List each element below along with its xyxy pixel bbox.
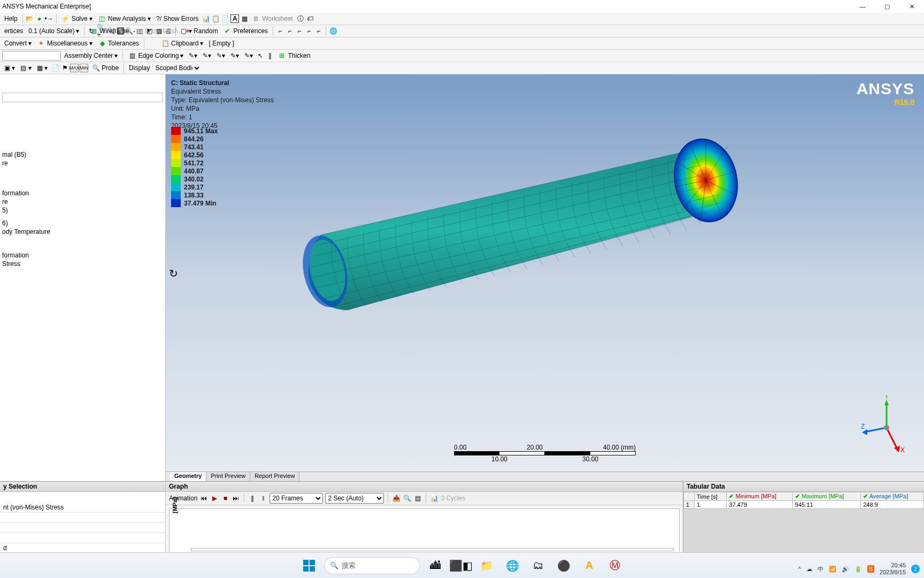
help-menu[interactable]: Help	[2, 14, 20, 23]
tree-icon[interactable]: •→	[45, 14, 53, 23]
chart-icon[interactable]: 📊	[430, 494, 438, 503]
edge-style-2[interactable]: ✎▾	[201, 51, 213, 60]
cube-combo-3[interactable]: ▦ ▾	[35, 64, 50, 72]
tray-chevron-icon[interactable]: ^	[798, 566, 801, 572]
tray-time[interactable]: 20:45	[880, 562, 906, 569]
open-icon[interactable]: 📂	[26, 14, 34, 23]
vertices-button[interactable]: ertices	[2, 27, 25, 35]
tree-item[interactable]: formation	[0, 189, 165, 197]
col-avg[interactable]: ✔ Average [MPa]	[861, 492, 924, 501]
edge-style-4[interactable]: ✎▾	[228, 51, 241, 60]
axis-icon-4[interactable]: ⌐	[305, 27, 313, 35]
tree-item[interactable]: 6)	[0, 219, 165, 227]
tool-icon-3[interactable]: 📄	[221, 14, 229, 23]
show-mesh-button[interactable]: ▦Show Mesh	[132, 26, 180, 36]
autoscale-combo[interactable]: 0.1 (Auto Scale) ▾	[26, 27, 81, 35]
cube-combo-1[interactable]: ▣ ▾	[2, 64, 17, 72]
tool-icon-4[interactable]: ▦	[240, 14, 249, 23]
random-button[interactable]: ✶Random	[181, 26, 220, 36]
tool-icon-a[interactable]: A	[230, 14, 239, 23]
edge-style-3[interactable]: ✎▾	[214, 51, 227, 60]
cursor-icon[interactable]: ↖	[256, 51, 265, 60]
tab-print-preview[interactable]: Print Preview	[206, 472, 250, 481]
tab-report-preview[interactable]: Report Preview	[250, 472, 299, 481]
app-icon-m[interactable]: Ⓜ	[604, 555, 626, 576]
last-frame-icon[interactable]: ⏭	[232, 494, 240, 503]
tree-item[interactable]: 5)	[0, 206, 165, 215]
tree-item[interactable]: re	[0, 197, 165, 206]
assembly-input[interactable]	[2, 51, 61, 60]
bars-icon[interactable]: ‖	[266, 51, 274, 60]
app-icon-1[interactable]: ⚫	[553, 555, 574, 576]
props-row[interactable]	[0, 533, 165, 543]
export-icon[interactable]: 📤	[392, 494, 401, 503]
tray-date[interactable]: 2023/8/15	[880, 569, 906, 576]
explorer-icon[interactable]: 📁	[476, 555, 497, 576]
edge-style-5[interactable]: ✎▾	[242, 51, 255, 60]
globe-icon[interactable]: 🌐	[329, 27, 337, 35]
solve-button[interactable]: ⚡Solve ▾	[59, 14, 95, 24]
tray-onedrive-icon[interactable]: ☁	[806, 566, 812, 573]
col-max[interactable]: ✔ Maximum [MPa]	[792, 492, 860, 501]
tray-ime[interactable]: 中	[818, 565, 823, 573]
tool-icon-1[interactable]: 📊	[202, 14, 210, 23]
clipboard-button[interactable]: 📋Clipboard ▾	[159, 39, 205, 48]
axis-icon-3[interactable]: ⌐	[295, 27, 304, 35]
axis-icon-2[interactable]: ⌐	[286, 27, 294, 35]
start-button[interactable]	[298, 555, 320, 576]
minimize-button[interactable]: —	[850, 0, 875, 13]
tool-icon-2[interactable]: 📋	[211, 14, 220, 23]
assembly-center-button[interactable]: Assembly Center ▾	[62, 51, 120, 60]
ansys-icon[interactable]: A	[579, 555, 600, 576]
thicken-button[interactable]: ⊞Thicken	[275, 51, 312, 60]
check-icon[interactable]: ●	[35, 14, 44, 23]
probe-button[interactable]: 🔍Probe	[89, 63, 121, 73]
filter-input[interactable]	[2, 93, 163, 102]
new-analysis-button[interactable]: ◫New Analysis ▾	[96, 14, 153, 24]
frames-combo[interactable]: 20 Frames	[270, 493, 323, 504]
tab-geometry[interactable]: Geometry	[170, 472, 206, 481]
close-button[interactable]: ✕	[899, 0, 924, 13]
edge-coloring-button[interactable]: ▥Edge Coloring ▾	[126, 51, 186, 60]
sec-combo[interactable]: 2 Sec (Auto)	[325, 493, 384, 504]
bars-icon-1[interactable]: ‖	[248, 494, 257, 503]
table-row[interactable]: 1 1. 37.479 945.11 248.9	[684, 501, 924, 509]
max-label-icon[interactable]: MAX	[70, 64, 79, 72]
props-row[interactable]	[0, 523, 165, 533]
tree-item[interactable]: formation	[0, 251, 165, 260]
viewport-3d[interactable]: C: Static Structural Equivalent Stress T…	[166, 74, 924, 481]
legend-icon[interactable]: ▤	[413, 494, 422, 503]
props-row[interactable]: nt (von-Mises) Stress	[0, 503, 165, 513]
play-icon[interactable]: ▶	[210, 494, 219, 503]
worksheet-button[interactable]: 🗎Worksheet	[250, 14, 295, 24]
stop-icon[interactable]: ■	[221, 494, 229, 503]
folder-icon[interactable]: 🗂	[527, 555, 549, 576]
axis-icon-1[interactable]: ⌐	[276, 27, 284, 35]
convert-button[interactable]: Convert ▾	[2, 39, 34, 48]
maximize-button[interactable]: ▢	[875, 0, 899, 13]
misc-button[interactable]: ✦Miscellaneous ▾	[35, 39, 95, 48]
tree-item[interactable]: mal (B5)	[0, 150, 165, 159]
tree-item[interactable]: re	[0, 159, 165, 168]
tree-item[interactable]: Stress	[0, 260, 165, 268]
tag-icon[interactable]: 🏷	[306, 14, 314, 23]
info-icon[interactable]: ⓘ	[296, 14, 305, 23]
preferences-button[interactable]: ✔Preferences	[221, 26, 270, 36]
wireframe-button[interactable]: ▦Wireframe	[87, 26, 131, 36]
tray-notifications-icon[interactable]: 2	[911, 565, 920, 573]
tray-volume-icon[interactable]: 🔊	[842, 566, 849, 573]
widgets-icon[interactable]: 🏙	[425, 555, 446, 576]
cube-combo-2[interactable]: ▤ ▾	[18, 64, 33, 72]
taskbar-search[interactable]: 🔍 搜索	[324, 557, 420, 574]
tray-sogou-icon[interactable]: S	[867, 565, 874, 573]
bars-icon-2[interactable]: ⦀	[259, 494, 267, 503]
edge-style-1[interactable]: ✎▾	[187, 51, 199, 60]
graph-slider[interactable]	[191, 548, 674, 551]
tray-wifi-icon[interactable]: 📶	[829, 566, 836, 573]
min-label-icon[interactable]: MIN	[80, 64, 88, 72]
zoom-graph-icon[interactable]: 🔍	[403, 494, 411, 503]
tray-battery-icon[interactable]: 🔋	[854, 566, 862, 573]
copy-icon[interactable]: 📄	[51, 64, 59, 72]
flag-icon[interactable]: ⚑	[60, 64, 69, 72]
taskview-icon[interactable]: ⬛◧	[450, 555, 472, 576]
